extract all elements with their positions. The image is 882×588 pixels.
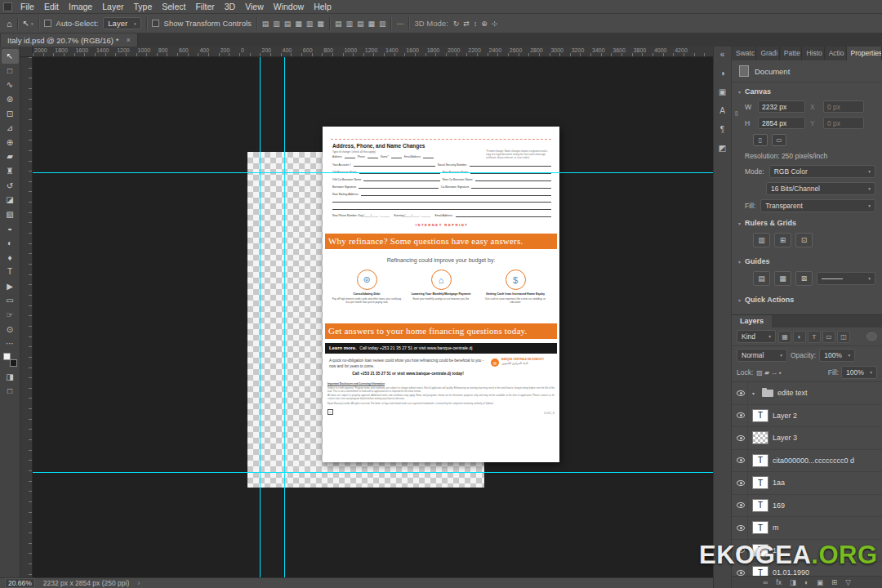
home-icon[interactable]: ⌂ — [7, 19, 12, 29]
canvas-fill-dropdown[interactable]: Transparent — [760, 199, 875, 212]
chevron-down-icon[interactable]: ▾ — [752, 390, 758, 396]
3d-slide-icon[interactable]: ⊕ — [481, 20, 488, 28]
3d-roll-icon[interactable]: ⇄ — [463, 20, 470, 28]
layer-row[interactable]: Layer 3 — [732, 427, 882, 450]
adjustments-panel-icon[interactable]: ◑ — [719, 69, 724, 78]
layer-fill-dropdown[interactable]: 100% — [841, 366, 877, 379]
dodge-tool[interactable]: ◐ — [2, 236, 19, 251]
panel-tab-patte[interactable]: Patte — [780, 47, 803, 60]
menu-window[interactable]: Window — [269, 0, 309, 13]
visibility-toggle[interactable] — [734, 382, 748, 404]
rulers-grids-section-header[interactable]: Rulers & Grids — [732, 214, 882, 229]
guide-horizontal[interactable] — [33, 472, 713, 473]
delete-layer-icon[interactable]: ▽ — [845, 578, 851, 586]
styles-panel-icon[interactable]: ▣ — [719, 87, 726, 96]
current-tool-icon[interactable]: ↖ — [23, 19, 33, 28]
lock-transparent-pixels-icon[interactable]: ▨ — [755, 369, 764, 376]
visibility-toggle[interactable] — [734, 540, 748, 562]
3d-scale-icon[interactable]: ⊹ — [492, 20, 498, 28]
eraser-tool[interactable]: ◪ — [2, 193, 19, 207]
layer-effects-icon[interactable]: fx — [776, 578, 782, 586]
auto-select-checkbox[interactable] — [44, 20, 51, 27]
layer-row[interactable]: ▾edite text — [732, 382, 882, 405]
more-options-icon[interactable]: ⋯ — [396, 20, 403, 28]
menu-layer[interactable]: Layer — [97, 0, 128, 13]
paragraph-panel-icon[interactable]: ¶ — [720, 125, 724, 134]
viewport[interactable]: Address, Phone, and Name Changes Type of… — [33, 57, 713, 577]
new-guide-icon[interactable]: ▤ — [753, 271, 770, 286]
background-color-swatch[interactable] — [10, 359, 17, 367]
ruler-origin-corner[interactable] — [20, 47, 33, 57]
close-tab-icon[interactable] — [126, 36, 130, 44]
pen-tool[interactable]: ♦ — [2, 250, 19, 265]
portrait-orientation-icon[interactable] — [753, 134, 768, 146]
character-panel-icon[interactable]: A — [719, 106, 725, 115]
panel-tab-properties[interactable]: Properties — [847, 47, 882, 60]
edit-toolbar-icon[interactable]: ⋯ — [2, 336, 19, 351]
blur-tool[interactable]: ◒ — [2, 221, 19, 236]
lock-all-icon[interactable]: ▪ — [778, 369, 782, 376]
clear-guides-icon[interactable]: ⊠ — [795, 271, 813, 286]
landscape-orientation-icon[interactable] — [772, 134, 786, 146]
align-horizontal-centers-icon[interactable]: ▥ — [273, 20, 280, 28]
hand-tool[interactable]: ☞ — [2, 308, 19, 323]
document-tab[interactable]: Italy id.psd @ 20.7% (RGB/16) * — [1, 33, 138, 47]
lock-position-icon[interactable]: ↔ — [770, 369, 778, 376]
distribute-bottom-icon[interactable]: ▤ — [357, 20, 364, 28]
show-transform-controls-checkbox[interactable] — [152, 20, 159, 27]
path-selection-tool[interactable]: ▶ — [2, 279, 19, 294]
color-mode-dropdown[interactable]: RGB Color — [769, 165, 875, 178]
visibility-toggle[interactable] — [734, 405, 748, 427]
menu-file[interactable]: File — [16, 0, 39, 13]
guide-horizontal[interactable] — [33, 172, 713, 173]
menu-image[interactable]: Image — [64, 0, 97, 13]
filter-smart-objects-icon[interactable]: ◫ — [837, 331, 850, 343]
3d-rotate-icon[interactable]: ↻ — [453, 20, 460, 28]
distribute-horizontal-centers-icon[interactable]: ▥ — [379, 20, 386, 28]
align-bottom-edges-icon[interactable]: ▦ — [317, 20, 324, 28]
height-field[interactable]: 2854 px — [758, 117, 805, 129]
filter-pixel-layers-icon[interactable]: ▦ — [778, 331, 791, 343]
layer-mask-icon[interactable]: ◨ — [790, 578, 796, 586]
menu-view[interactable]: View — [240, 0, 269, 13]
foreground-color-swatch[interactable] — [3, 353, 11, 360]
visibility-toggle[interactable] — [734, 495, 748, 517]
filter-adjustment-layers-icon[interactable]: ◐ — [793, 331, 806, 343]
layer-group-icon[interactable]: ▣ — [817, 578, 823, 586]
layer-row[interactable]: T169 — [732, 495, 882, 518]
screen-mode-icon[interactable]: □ — [2, 384, 19, 399]
width-field[interactable]: 2232 px — [758, 100, 805, 113]
visibility-toggle[interactable] — [734, 427, 748, 449]
panel-tab-gradi[interactable]: Gradi — [756, 47, 779, 60]
menu-filter[interactable]: Filter — [190, 0, 219, 13]
toggle-rulers-icon[interactable]: ▥ — [753, 233, 770, 247]
quick-actions-section-header[interactable]: Quick Actions — [732, 291, 882, 306]
menu-3d[interactable]: 3D — [220, 0, 240, 13]
healing-brush-tool[interactable]: ⊕ — [2, 136, 19, 150]
quick-mask-icon[interactable]: ◨ — [2, 369, 19, 384]
panel-tab-swatc[interactable]: Swatc — [732, 47, 756, 60]
adjustment-layer-icon[interactable]: ◐ — [804, 578, 808, 586]
layer-filter-kind-dropdown[interactable]: Kind — [737, 330, 776, 343]
libraries-panel-icon[interactable]: ◩ — [719, 144, 726, 153]
guide-layout-icon[interactable]: ▦ — [774, 271, 791, 286]
layer-row[interactable]: T10 — [732, 540, 882, 563]
align-right-edges-icon[interactable]: ▤ — [284, 20, 292, 28]
guides-section-header[interactable]: Guides — [732, 252, 882, 268]
visibility-toggle[interactable] — [734, 517, 748, 539]
gradient-tool[interactable]: ▧ — [2, 207, 19, 222]
filter-shape-layers-icon[interactable]: ▭ — [822, 331, 835, 343]
brush-tool[interactable]: ▰ — [2, 149, 19, 164]
lasso-tool[interactable]: ∿ — [2, 78, 19, 92]
vertical-ruler[interactable] — [20, 57, 33, 577]
move-tool[interactable]: ↖ — [2, 49, 19, 64]
shape-tool[interactable]: ▭ — [2, 293, 19, 308]
opacity-dropdown[interactable]: 100% — [819, 349, 855, 362]
toggle-grid-icon[interactable]: ⊞ — [774, 233, 791, 247]
menu-type[interactable]: Type — [128, 0, 157, 13]
menu-select[interactable]: Select — [157, 0, 190, 13]
layer-row[interactable]: Tm — [732, 517, 882, 540]
layer-row[interactable]: T01.01.1990 — [732, 562, 882, 576]
blend-mode-dropdown[interactable]: Normal — [737, 349, 787, 362]
zoom-level-field[interactable]: 20.66% — [5, 578, 35, 588]
